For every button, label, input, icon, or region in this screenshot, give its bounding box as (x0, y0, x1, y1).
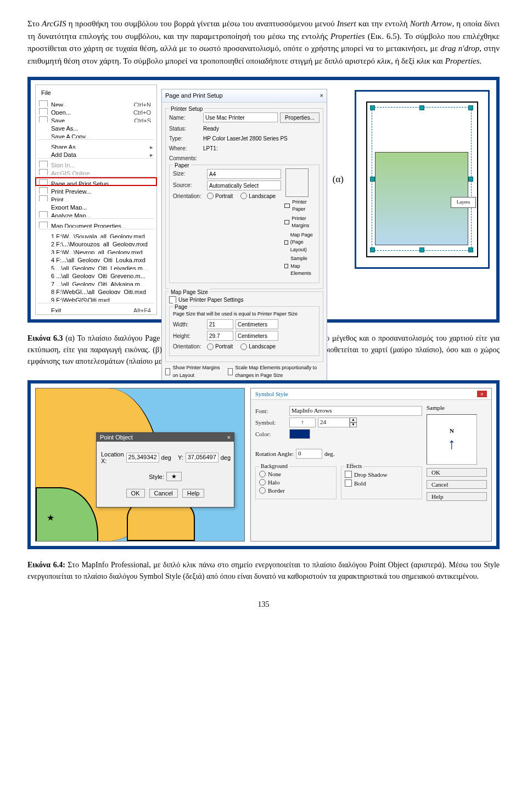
close-icon[interactable]: × (320, 91, 323, 100)
radio-icon[interactable] (259, 479, 266, 486)
label: Add Data (51, 150, 76, 155)
ok-button[interactable]: OK (126, 489, 145, 498)
menu-item-saveas[interactable]: Save As... (36, 122, 156, 131)
symbol-picker[interactable]: ↑ (289, 418, 316, 427)
spin-down-icon[interactable]: ▼ (350, 422, 357, 427)
width-label: Width: (173, 320, 205, 329)
checkbox-scale-prop[interactable] (228, 368, 233, 375)
layers-label: Layers (451, 197, 476, 208)
radio-landscape[interactable]: Landscape (240, 192, 276, 200)
menu-item-signin[interactable]: Sign In... (36, 159, 156, 167)
menu-item-export-map[interactable]: Export Map... (36, 201, 156, 210)
radio-portrait-2[interactable]: Portrait (207, 342, 233, 351)
menu-item-recent-8[interactable]: 8 F:\WebGI...\all_Geology_Oiti.mxd (36, 286, 156, 294)
ok-button[interactable]: OK (427, 468, 487, 477)
resize-handle-icon[interactable] (468, 105, 473, 110)
style-button[interactable]: ★ (166, 472, 182, 481)
legend-sample-elements: Sample Map Elements (290, 255, 316, 278)
radio-icon[interactable] (259, 471, 266, 477)
menu-item-recent-6[interactable]: 6 ...\all_Geology_Oiti_Greveno.m... (36, 270, 156, 278)
point-symbol-icon[interactable]: ★ (47, 511, 54, 525)
resize-handle-icon[interactable] (370, 105, 375, 110)
status-value: Ready (203, 125, 319, 133)
radio-portrait[interactable]: Portrait (207, 192, 233, 200)
printer-properties-button[interactable]: Properties... (280, 112, 319, 123)
close-icon[interactable]: × (227, 434, 231, 441)
spin-up-icon[interactable]: ▲ (350, 418, 357, 422)
label: Scale Map Elements proportionally to cha… (235, 364, 323, 379)
figure-6-4: ★ Point Object × Location X: 25,349342 d… (27, 380, 500, 549)
label: Portrait (215, 192, 233, 200)
radio-bg-border-label: Border (268, 487, 285, 494)
menu-item-save[interactable]: SaveCtrl+S (36, 115, 156, 123)
label: Show Printer Margins on Layout (172, 364, 220, 379)
menu-item-recent-2[interactable]: 2 F:\...\Mourouzos_all_Geology.mxd (36, 238, 156, 246)
cancel-button[interactable]: Cancel (427, 480, 487, 489)
menu-item-recent-1[interactable]: 1 F:\W...\Souvala_all_Geology.mxd (36, 230, 156, 239)
file-menu: File New...Ctrl+N Open...Ctrl+O SaveCtrl… (35, 84, 157, 315)
label: 7 ...\all_Geology_Oiti_Alykaina.m... (51, 280, 145, 285)
menu-item-shareas[interactable]: Share As (36, 141, 156, 149)
menu-item-recent-4[interactable]: 4 F:...\all_Geology_Oiti_Louka.mxd (36, 254, 156, 262)
label: 3 F:\W...\Nevrop_all_Geology.mxd (51, 248, 143, 253)
menu-item-recent-5[interactable]: 5 ...\all_Geology_Oiti_Leivadies.m... (36, 262, 156, 270)
label: Sign In... (51, 161, 75, 166)
font-select[interactable]: MapInfo Arrows (289, 406, 422, 416)
location-y-input[interactable]: 37,056497 (186, 453, 218, 463)
page-group: Page Size that will be used is equal to … (169, 306, 319, 357)
paper-source-select[interactable]: Automatically Select (207, 181, 281, 190)
menu-item-print[interactable]: Print... (36, 194, 156, 202)
menu-item-exit[interactable]: ExitAlt+F4 (36, 304, 156, 313)
resize-handle-icon[interactable] (370, 247, 375, 252)
menu-item-recent-9[interactable]: 9 F:\WebGIS\Oiti.mxd (36, 294, 156, 302)
mapinfo-map-view[interactable]: ★ Point Object × Location X: 25,349342 d… (35, 388, 245, 542)
italic: North Arrow (410, 19, 452, 28)
menu-item-recent-3[interactable]: 3 F:\W...\Nevrop_all_Geology.mxd (36, 246, 156, 255)
italic: κλικ (377, 57, 391, 65)
resize-handle-icon[interactable] (468, 177, 473, 182)
italic: Insert (337, 19, 356, 28)
menu-item-recent-7[interactable]: 7 ...\all_Geology_Oiti_Alykaina.m... (36, 278, 156, 286)
location-x-input[interactable]: 25,349342 (126, 453, 159, 463)
symbol-size-spinner[interactable]: 24 ▲▼ (318, 418, 357, 427)
help-button[interactable]: Help (182, 489, 205, 498)
radio-landscape-2[interactable]: Landscape (240, 342, 276, 351)
italic: Properties (445, 57, 480, 65)
page-print-setup-dialog: Page and Print Setup × Name:Use Mac Prin… (161, 89, 327, 399)
radio-icon[interactable] (259, 487, 266, 494)
printer-name-select[interactable]: Use Mac Printer (203, 112, 278, 122)
paper-size-select[interactable]: A4 (207, 169, 281, 179)
height-input[interactable]: 29.7 (207, 331, 233, 341)
height-unit-select[interactable]: Centimeters (236, 331, 278, 341)
resize-handle-icon[interactable] (419, 247, 424, 252)
cancel-button[interactable]: Cancel (149, 489, 178, 498)
close-icon[interactable]: × (477, 391, 487, 397)
menu-item-savecopy[interactable]: Save A Copy... (36, 131, 156, 139)
menu-header-file[interactable]: File (36, 87, 156, 99)
print-icon (39, 195, 48, 202)
help-button[interactable]: Help (427, 492, 487, 501)
checkbox-bold[interactable] (345, 480, 352, 487)
symbol-size-value[interactable]: 24 (318, 418, 350, 427)
menu-item-page-print-setup[interactable]: Page and Print Setup... (36, 178, 156, 186)
checkbox-drop-shadow[interactable] (345, 471, 352, 478)
menu-item-doc-properties[interactable]: Map Document Properties... (36, 220, 156, 228)
menu-item-analyze-map[interactable]: Analyze Map... (36, 210, 156, 218)
menu-item-open[interactable]: Open...Ctrl+O (36, 106, 156, 115)
color-picker[interactable] (289, 429, 310, 439)
menu-item-adddata[interactable]: Add Data (36, 149, 156, 157)
location-x-label: Location X: (101, 451, 124, 464)
layout-view[interactable]: Layers (355, 90, 490, 269)
rotation-input[interactable]: 0 (296, 449, 322, 459)
menu-item-new[interactable]: New...Ctrl+N (36, 99, 156, 107)
resize-handle-icon[interactable] (468, 247, 473, 252)
width-input[interactable]: 21 (207, 319, 233, 329)
checkbox-show-margins[interactable] (165, 368, 170, 375)
resize-handle-icon[interactable] (370, 177, 375, 182)
label: Map Document Properties... (51, 222, 126, 227)
menu-item-print-preview[interactable]: Print Preview... (36, 185, 156, 194)
resize-handle-icon[interactable] (419, 105, 424, 110)
separator (38, 303, 154, 303)
menu-item-arcgis-online[interactable]: ArcGIS Online... (36, 167, 156, 176)
width-unit-select[interactable]: Centimeters (236, 319, 278, 329)
